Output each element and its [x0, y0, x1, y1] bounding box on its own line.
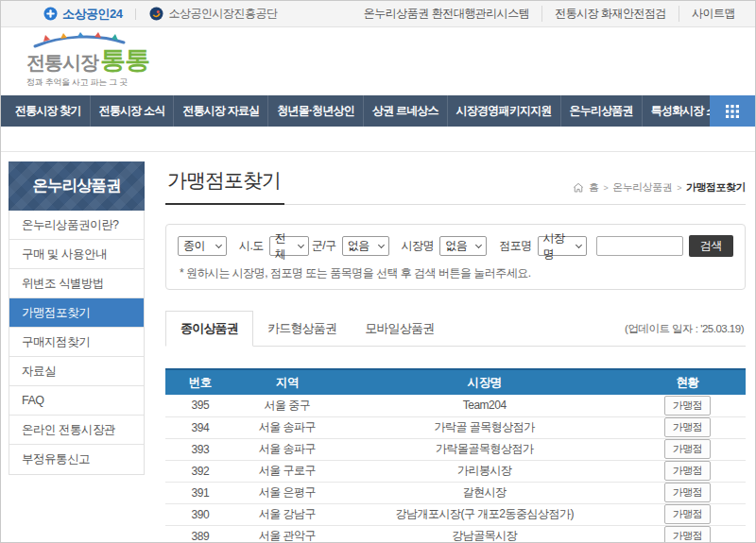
search-note: * 원하시는 시장명, 점포명 또는 품목명을 선택 후 검색 버튼을 눌러주세…	[180, 265, 733, 281]
breadcrumb-separator: >	[603, 183, 608, 193]
cell-region: 서울 송파구	[235, 438, 340, 460]
status-button[interactable]: 가맹점	[664, 439, 712, 459]
sidebar-item[interactable]: 위변조 식별방법	[9, 269, 144, 298]
voucher-type-value: 종이	[183, 238, 205, 254]
nav-item[interactable]: 전통시장 자료실	[173, 95, 267, 127]
status-button[interactable]: 가맹점	[664, 461, 712, 481]
sidebar-item[interactable]: 구매 및 사용안내	[9, 240, 144, 269]
status-button[interactable]: 가맹점	[664, 396, 712, 416]
table-row: 394 서울 송파구 가락골 골목형상점가 가맹점	[165, 416, 746, 438]
sidebar: 온누리상품권 온누리상품권이란?구매 및 사용안내위변조 식별방법가맹점포찾기구…	[9, 161, 145, 475]
cell-no: 389	[165, 525, 235, 543]
breadcrumb: 홈 > 온누리상품권 > 가맹점포찾기	[573, 180, 746, 195]
search-keyword-input[interactable]	[596, 236, 683, 256]
cell-market: 강남골목시장	[339, 525, 629, 543]
cell-no: 392	[165, 460, 235, 482]
nav-item[interactable]: 온누리상품권	[560, 95, 642, 127]
sidebar-item[interactable]: 구매지점찾기	[9, 328, 144, 357]
sidebar-item[interactable]: 부정유통신고	[9, 445, 144, 474]
col-header-market: 시장명	[339, 369, 629, 395]
tab[interactable]: 모바일상품권	[351, 311, 448, 346]
store-name-label: 점포명	[499, 238, 532, 254]
content: 온누리상품권 온누리상품권이란?구매 및 사용안내위변조 식별방법가맹점포찾기구…	[1, 152, 755, 543]
table-row: 395 서울 중구 Team204 가맹점	[165, 395, 746, 416]
table-row: 391 서울 은평구 갈현시장 가맹점	[165, 482, 746, 503]
update-date: (업데이트 일자 : '25.03.19)	[625, 322, 744, 336]
semas-label: 소상공인시장진흥공단	[168, 6, 277, 22]
cell-status: 가맹점	[629, 503, 746, 525]
sidebar-menu: 온누리상품권이란?구매 및 사용안내위변조 식별방법가맹점포찾기구매지점찾기자료…	[9, 211, 145, 475]
topbar-divider	[135, 8, 136, 20]
cell-region: 서울 은평구	[235, 482, 340, 503]
store-name-select[interactable]: 시장명	[538, 236, 587, 256]
sidebar-item-label: 온라인 전통시장관	[22, 422, 115, 438]
market-name-label: 시장명	[402, 238, 435, 254]
breadcrumb-onnuri[interactable]: 온누리상품권	[612, 180, 672, 195]
logo-accent: 통통	[100, 48, 149, 74]
tab[interactable]: 종이상품권	[165, 311, 253, 347]
topbar-link[interactable]: 전통시장 화재안전점검	[542, 6, 679, 22]
voucher-type-select[interactable]: 종이	[178, 236, 227, 256]
topbar-link[interactable]: 온누리상품권 환전대행관리시스템	[352, 6, 541, 22]
sidebar-item[interactable]: 온라인 전통시장관	[9, 416, 144, 445]
nav-item[interactable]: 시장경영패키지지원	[447, 95, 560, 127]
grid-menu-icon	[726, 105, 739, 118]
semas-link[interactable]: 소상공인시장진흥공단	[149, 6, 277, 22]
cell-market: 갈현시장	[339, 482, 629, 503]
nav-item[interactable]: 청년몰·청년상인	[267, 95, 363, 127]
logo-text: 전통시장 통통	[26, 48, 149, 74]
sidebar-item-label: 온누리상품권이란?	[22, 217, 118, 233]
table-row: 392 서울 구로구 가리봉시장 가맹점	[165, 460, 746, 482]
nav-item[interactable]: 특성화시장 소개	[642, 95, 710, 127]
sidebar-item[interactable]: 자료실	[9, 357, 144, 386]
nav-item[interactable]: 전통시장 소식	[90, 95, 174, 127]
chevron-down-icon	[298, 242, 304, 248]
breadcrumb-home[interactable]: 홈	[589, 180, 599, 195]
chevron-down-icon	[215, 242, 222, 248]
header: 전통시장 통통 정과 추억을 사고 파는 그 곳	[1, 27, 755, 95]
sido-select[interactable]: 전체	[269, 236, 309, 256]
main-panel: 가맹점포찾기 홈 > 온누리상품권 > 가맹점포찾기 종이 시.도	[165, 161, 746, 543]
sidebar-item-label: 구매 및 사용안내	[22, 246, 107, 263]
sidebar-item-label: 구매지점찾기	[22, 334, 90, 350]
sidebar-item[interactable]: FAQ	[9, 386, 144, 416]
sosanggongin24-link[interactable]: 소상공인24	[43, 6, 122, 23]
sidebar-item[interactable]: 가맹점포찾기	[9, 298, 144, 328]
cell-market: 가락몰골목형상점가	[339, 438, 629, 460]
voucher-tabs-row: 종이상품권카드형상품권모바일상품권 (업데이트 일자 : '25.03.19)	[165, 311, 746, 347]
search-box: 종이 시.도 전체 군/구 없음 시장명 없음 점포명	[165, 224, 746, 290]
cell-status: 가맹점	[629, 460, 746, 482]
sidebar-item-label: 가맹점포찾기	[22, 305, 90, 321]
breadcrumb-current: 가맹점포찾기	[686, 180, 746, 195]
nav-item[interactable]: 전통시장 찾기	[7, 95, 90, 127]
subnav-strip	[1, 127, 755, 152]
store-name-value: 시장명	[543, 230, 573, 263]
gungu-select[interactable]: 없음	[342, 236, 389, 256]
status-button[interactable]: 가맹점	[664, 504, 712, 524]
gungu-label: 군/구	[312, 238, 336, 254]
nav-item[interactable]: 상권 르네상스	[363, 95, 447, 127]
chevron-down-icon	[378, 242, 385, 248]
tab[interactable]: 카드형상품권	[253, 311, 351, 346]
search-button[interactable]: 검색	[689, 235, 733, 257]
tab-label: 종이상품권	[180, 321, 238, 335]
sidebar-item-label: 위변조 식별방법	[22, 276, 104, 292]
cell-status: 가맹점	[629, 395, 746, 416]
home-icon	[573, 182, 584, 193]
status-button[interactable]: 가맹점	[664, 483, 712, 502]
col-header-region: 지역	[235, 369, 340, 395]
site-logo[interactable]: 전통시장 통통 정과 추억을 사고 파는 그 곳	[26, 31, 149, 89]
table-row: 393 서울 송파구 가락몰골목형상점가 가맹점	[165, 438, 746, 460]
cell-region: 서울 관악구	[235, 525, 340, 543]
topbar-link[interactable]: 사이트맵	[679, 6, 747, 22]
page: 소상공인24 소상공인시장진흥공단 온누리상품권 환전대행관리시스템전통시장 화…	[0, 0, 756, 543]
cell-market: 강남개포시장(구 개포2동중심상점가)	[339, 503, 629, 525]
cell-status: 가맹점	[629, 525, 746, 543]
status-button[interactable]: 가맹점	[664, 526, 712, 543]
main-nav-list: 전통시장 찾기전통시장 소식전통시장 자료실청년몰·청년상인상권 르네상스시장경…	[1, 95, 710, 127]
cell-status: 가맹점	[629, 416, 746, 438]
market-name-select[interactable]: 없음	[439, 236, 487, 256]
all-menu-button[interactable]	[710, 95, 755, 127]
sidebar-item[interactable]: 온누리상품권이란?	[9, 211, 144, 240]
status-button[interactable]: 가맹점	[664, 417, 712, 437]
